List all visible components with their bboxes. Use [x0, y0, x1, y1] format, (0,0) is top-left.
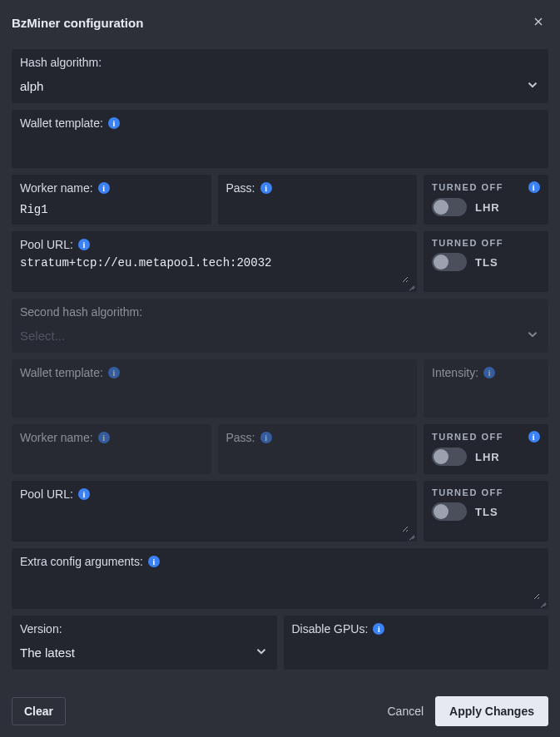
- pool-url-input[interactable]: [20, 256, 409, 283]
- disable-gpus-label: Disable GPUs:: [292, 622, 369, 636]
- close-icon: [532, 18, 545, 31]
- second-pass-input[interactable]: [226, 449, 409, 467]
- second-tls-label: TLS: [475, 506, 498, 518]
- second-tls-card: TURNED OFF TLS: [424, 481, 548, 542]
- info-icon[interactable]: i: [98, 182, 110, 194]
- resize-handle-icon: [407, 282, 415, 290]
- apply-changes-button[interactable]: Apply Changes: [435, 696, 548, 726]
- second-lhr-toggle[interactable]: [432, 448, 467, 466]
- clear-button[interactable]: Clear: [12, 697, 66, 725]
- tls-toggle-card: TURNED OFF TLS: [424, 231, 548, 292]
- second-pool-field: Pool URL: i: [12, 481, 417, 542]
- second-tls-status: TURNED OFF: [432, 487, 503, 497]
- second-worker-label: Worker name:: [20, 431, 93, 444]
- second-worker-field: Worker name: i: [12, 424, 211, 474]
- second-tls-toggle[interactable]: [432, 502, 467, 521]
- tls-toggle[interactable]: [432, 253, 467, 271]
- info-icon[interactable]: i: [260, 182, 272, 194]
- version-value: The latest: [20, 645, 75, 660]
- chevron-down-icon: [525, 77, 540, 95]
- lhr-status: TURNED OFF: [432, 182, 503, 192]
- chevron-down-icon: [525, 327, 540, 344]
- second-lhr-label: LHR: [475, 451, 500, 463]
- modal-header: BzMiner configuration: [12, 12, 548, 44]
- wallet-template-label: Wallet template:: [20, 116, 103, 130]
- pass-label: Pass:: [226, 181, 255, 195]
- info-icon[interactable]: i: [98, 432, 110, 443]
- second-hash-field: Second hash algorithm: Select...: [12, 299, 548, 353]
- info-icon[interactable]: i: [260, 432, 272, 443]
- hash-algorithm-value: alph: [20, 79, 43, 93]
- chevron-down-icon: [254, 644, 269, 661]
- pass-input[interactable]: [226, 200, 409, 218]
- second-hash-label: Second hash algorithm:: [20, 305, 142, 319]
- worker-name-field: Worker name: i: [12, 175, 211, 225]
- hash-algorithm-label: Hash algorithm:: [20, 56, 102, 69]
- info-icon[interactable]: i: [108, 117, 120, 129]
- lhr-toggle-card: TURNED OFF i LHR: [424, 175, 548, 225]
- disable-gpus-input[interactable]: [292, 641, 541, 659]
- second-worker-input[interactable]: [20, 449, 203, 467]
- resize-handle-icon: [538, 599, 547, 607]
- second-pool-label: Pool URL:: [20, 487, 73, 501]
- pool-url-field: Pool URL: i: [12, 231, 417, 292]
- info-icon[interactable]: i: [78, 239, 90, 250]
- modal-title: BzMiner configuration: [12, 16, 143, 30]
- second-lhr-status: TURNED OFF: [432, 432, 503, 442]
- cancel-button[interactable]: Cancel: [388, 705, 424, 718]
- worker-name-input[interactable]: [20, 200, 203, 218]
- config-modal: BzMiner configuration Hash algorithm: al…: [0, 0, 560, 737]
- close-button[interactable]: [528, 12, 548, 34]
- info-icon[interactable]: i: [373, 623, 384, 635]
- hash-algorithm-field: Hash algorithm: alph: [12, 49, 548, 103]
- wallet-template-input[interactable]: [20, 135, 540, 153]
- second-intensity-field: Intensity: i: [424, 359, 548, 418]
- second-wallet-field: Wallet template: i: [12, 359, 417, 418]
- lhr-label: LHR: [475, 201, 500, 214]
- extra-args-field: Extra config arguments: i: [12, 548, 548, 609]
- hash-algorithm-select[interactable]: alph: [20, 74, 540, 96]
- info-icon[interactable]: i: [108, 367, 120, 378]
- info-icon[interactable]: i: [483, 367, 495, 378]
- version-label: Version:: [20, 622, 62, 636]
- second-wallet-label: Wallet template:: [20, 366, 103, 379]
- second-intensity-label: Intensity:: [432, 366, 478, 379]
- info-icon[interactable]: i: [528, 431, 540, 443]
- version-select[interactable]: The latest: [20, 641, 269, 663]
- info-icon[interactable]: i: [148, 556, 160, 567]
- pass-field: Pass: i: [218, 175, 418, 225]
- second-algo-section: Second hash algorithm: Select... Wallet …: [12, 299, 548, 542]
- extra-args-input[interactable]: [20, 573, 540, 600]
- extra-args-label: Extra config arguments:: [20, 555, 143, 568]
- info-icon[interactable]: i: [528, 181, 540, 193]
- resize-handle-icon: [407, 532, 415, 540]
- version-field: Version: The latest: [12, 616, 277, 670]
- worker-name-label: Worker name:: [20, 181, 93, 195]
- pool-url-label: Pool URL:: [20, 238, 73, 251]
- second-intensity-input[interactable]: [432, 384, 540, 403]
- info-icon[interactable]: i: [78, 488, 90, 500]
- disable-gpus-field: Disable GPUs: i: [284, 616, 549, 670]
- second-lhr-card: TURNED OFF i LHR: [424, 424, 548, 474]
- tls-status: TURNED OFF: [432, 238, 503, 248]
- second-wallet-input[interactable]: [20, 384, 409, 403]
- second-hash-placeholder: Select...: [20, 329, 65, 343]
- second-pool-input[interactable]: [20, 506, 409, 532]
- second-pass-label: Pass:: [226, 431, 255, 444]
- wallet-template-field: Wallet template: i: [12, 110, 548, 168]
- second-hash-select[interactable]: Select...: [20, 324, 540, 346]
- second-pass-field: Pass: i: [218, 424, 418, 474]
- modal-footer: Clear Cancel Apply Changes: [12, 676, 548, 726]
- lhr-toggle[interactable]: [432, 198, 467, 216]
- tls-label: TLS: [475, 256, 498, 269]
